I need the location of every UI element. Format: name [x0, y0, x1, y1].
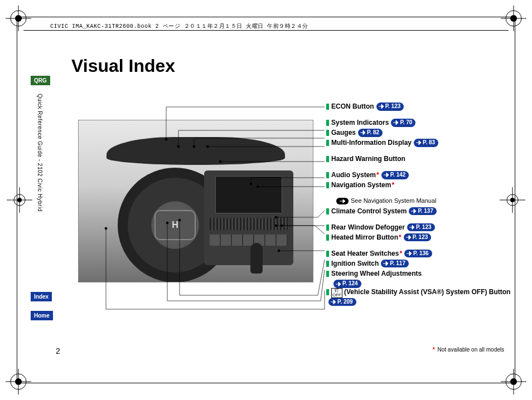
- callout-label: Rear Window Defogger: [331, 223, 405, 232]
- star-icon: *: [433, 347, 435, 353]
- callout-label: Heated Mirror Button: [331, 233, 398, 242]
- callout-marker-icon: [326, 172, 329, 178]
- callout-label: Multi-Information Display: [331, 139, 412, 147]
- page-ref-pill[interactable]: P. 83: [414, 139, 438, 147]
- svg-point-29: [510, 378, 517, 385]
- header-rule: [23, 30, 509, 31]
- registration-mark: [6, 369, 31, 394]
- star-icon: *: [399, 250, 402, 258]
- callout-item: Seat Heater Switches*P. 136: [326, 250, 521, 258]
- footnote: * Not available on all models: [432, 347, 504, 353]
- honda-logo: H: [154, 210, 196, 240]
- page-ref-pill[interactable]: P. 123: [404, 233, 432, 242]
- callout-label: System Indicators: [331, 119, 389, 127]
- page-title: Visual Index: [71, 56, 175, 76]
- callout-marker-icon: [326, 289, 329, 295]
- see-nav-line: See Navigation System Manual: [336, 197, 521, 205]
- page-ref-pill[interactable]: P. 82: [358, 129, 383, 137]
- svg-point-17: [15, 15, 22, 22]
- page-ref-pill[interactable]: P. 123: [407, 223, 435, 232]
- side-caption: Quick Reference Guide - 2102 Civic Hybri…: [37, 94, 43, 212]
- callout-marker-icon: [326, 104, 329, 110]
- callout-item: GaugesP. 82: [326, 129, 521, 137]
- page-ref-pill[interactable]: P. 209: [328, 298, 356, 306]
- page-ref-pill[interactable]: P. 142: [381, 171, 409, 179]
- callout-label: ECON Button: [331, 103, 374, 111]
- callout-label: Climate Control System: [331, 207, 407, 216]
- callout-item: 灯OFF(Vehicle Stability Assist (VSA®) Sys…: [326, 288, 521, 306]
- callout-item: Steering Wheel Adjustments: [326, 270, 521, 278]
- registration-mark: [500, 187, 525, 213]
- star-icon: *: [391, 181, 394, 189]
- callout-marker-icon: [326, 120, 329, 126]
- callout-item: ECON ButtonP. 123: [326, 103, 521, 111]
- callout-label: Navigation System: [331, 181, 391, 189]
- page-ref-pill[interactable]: P. 123: [376, 103, 404, 111]
- callout-marker-icon: [326, 225, 329, 231]
- callout-item: Climate Control SystemP. 137: [326, 207, 521, 216]
- callout-marker-icon: [326, 182, 329, 188]
- svg-point-25: [15, 378, 22, 385]
- registration-mark: [6, 6, 31, 31]
- registration-mark: [501, 369, 526, 394]
- registration-mark: [7, 187, 32, 213]
- callout-label: Hazard Warning Button: [331, 155, 405, 163]
- footnote-text: Not available on all models: [437, 347, 504, 353]
- callout-label: Seat Heater Switches: [331, 250, 399, 258]
- star-icon: *: [399, 233, 402, 242]
- callout-item: Hazard Warning Button: [326, 155, 521, 163]
- tab-index[interactable]: Index: [31, 292, 52, 301]
- callout-marker-icon: [326, 235, 329, 241]
- callout-marker-icon: [326, 140, 329, 146]
- page-ref-pill[interactable]: P. 137: [409, 207, 437, 216]
- page-ref-pill[interactable]: P. 70: [391, 119, 415, 127]
- page-ref-pill[interactable]: P. 136: [404, 250, 432, 258]
- page-ref-pill[interactable]: P. 124: [333, 280, 361, 288]
- tab-qrg[interactable]: QRG: [31, 76, 50, 85]
- vsa-off-icon: 灯OFF: [331, 288, 342, 298]
- page-ref-pill[interactable]: P. 117: [381, 260, 409, 268]
- callout-label: Steering Wheel Adjustments: [331, 270, 422, 278]
- callout-marker-icon: [326, 130, 329, 136]
- center-stack: [204, 170, 293, 265]
- callout-marker-icon: [326, 208, 329, 214]
- link-arrow-icon: [336, 198, 349, 204]
- registration-mark: [501, 6, 526, 31]
- callout-marker-icon: [326, 271, 329, 277]
- callout-label: Gauges: [331, 129, 356, 137]
- tab-home[interactable]: Home: [31, 311, 53, 320]
- callouts-list: ECON ButtonP. 123System IndicatorsP. 70G…: [326, 103, 521, 308]
- see-nav-text: See Navigation System Manual: [351, 197, 436, 205]
- callout-label: (Vehicle Stability Assist (VSA®) System …: [344, 288, 510, 296]
- document-header: CIVIC IMA_KAKC-31TR2600.book 2 ページ ２０１１年…: [50, 22, 308, 30]
- svg-point-21: [510, 15, 517, 22]
- gear-shifter: [250, 243, 263, 274]
- star-icon: *: [376, 171, 379, 179]
- callout-marker-icon: [326, 251, 329, 257]
- callout-label: Audio System: [331, 171, 376, 179]
- callout-marker-icon: [326, 156, 329, 162]
- callout-item: Heated Mirror Button*P. 123: [326, 233, 521, 242]
- svg-point-33: [17, 198, 22, 202]
- callout-item: Navigation System*: [326, 181, 521, 189]
- callout-item: System IndicatorsP. 70: [326, 119, 521, 127]
- callout-marker-icon: [326, 261, 329, 267]
- callout-page-row: P. 124: [331, 280, 526, 288]
- callout-label: Ignition Switch: [331, 260, 379, 268]
- page-number: 2: [56, 347, 60, 355]
- callout-item: Audio System*P. 142: [326, 171, 521, 179]
- dashboard-image: H: [78, 120, 313, 282]
- svg-point-37: [510, 198, 515, 202]
- callout-item: Multi-Information DisplayP. 83: [326, 139, 521, 147]
- callout-item: Rear Window DefoggerP. 123: [326, 223, 521, 232]
- callout-item: Ignition SwitchP. 117: [326, 260, 521, 268]
